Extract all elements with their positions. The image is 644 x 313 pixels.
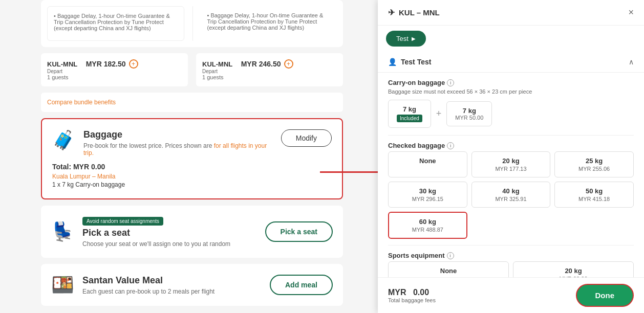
panel-tabs: Test ▶ — [378, 26, 644, 52]
carry-on-label: Carry-on baggage — [388, 79, 445, 86]
carry-on-row: 7 kg Included + 7 kg MYR 50.00 — [388, 100, 634, 128]
price-1: MYR 182.50 — [86, 60, 126, 68]
meal-subtitle: Each guest can pre-book up to 2 meals pe… — [82, 288, 214, 295]
currency: MYR — [388, 288, 406, 297]
tab-chevron-icon: ▶ — [412, 36, 416, 41]
done-button[interactable]: Done — [576, 284, 634, 307]
total-amount: MYR 0.00 — [388, 288, 436, 297]
add-meal-button[interactable]: Add meal — [270, 275, 333, 295]
panel-body: 👤 Test Test ∧ Carry-on baggage i Baggage… — [378, 52, 644, 277]
side-panel: ✈ KUL – MNL × Test ▶ 👤 Test Test ∧ Carry — [378, 0, 644, 313]
checked-option-5[interactable]: 50 kg MYR 415.18 — [554, 182, 634, 208]
compare-link[interactable]: Compare bundle benefits — [47, 95, 337, 106]
carry-on-note: Baggage size must not exceed 56 × 36 × 2… — [388, 88, 634, 95]
divider-2 — [388, 245, 634, 245]
baggage-total: Total: MYR 0.00 — [52, 163, 332, 171]
tab-label: Test — [396, 35, 409, 42]
checked-option-2[interactable]: 25 kg MYR 255.06 — [554, 151, 634, 177]
modify-button[interactable]: Modify — [281, 129, 332, 147]
add-icon-2[interactable]: + — [284, 59, 293, 69]
seat-subtitle: Choose your seat or we'll assign one to … — [82, 240, 230, 248]
checked-label: Checked baggage — [388, 142, 445, 149]
sports-options: None 20 kg MYR 98.00 — [388, 261, 634, 277]
passenger-header[interactable]: 👤 Test Test ∧ — [388, 58, 634, 66]
baggage-subtitle-start: Pre-book for the lowest price. Prices sh… — [83, 142, 214, 149]
carry-on-included[interactable]: 7 kg Included — [388, 100, 431, 128]
guests-1: 1 guests — [47, 74, 182, 80]
checked-option-3[interactable]: 30 kg MYR 296.15 — [388, 182, 467, 208]
checked-title: Checked baggage i — [388, 142, 634, 149]
total-section: MYR 0.00 Total baggage fees — [388, 288, 436, 303]
carry-on-info-icon[interactable]: i — [447, 79, 454, 86]
baggage-detail: 1 x 7 kg Carry-on baggage — [52, 181, 332, 188]
depart-1: Depart — [47, 69, 182, 74]
carry-on-section: Carry-on baggage i Baggage size must not… — [378, 73, 644, 277]
tab-test[interactable]: Test ▶ — [386, 31, 426, 47]
panel-footer: MYR 0.00 Total baggage fees Done — [378, 277, 644, 313]
sports-option-0[interactable]: None — [388, 261, 509, 277]
passenger-name-label: Test Test — [401, 58, 431, 66]
seat-title: Pick a seat — [82, 228, 230, 238]
checked-option-1[interactable]: 20 kg MYR 177.13 — [471, 151, 551, 177]
passenger-name: 👤 Test Test — [388, 58, 431, 66]
seat-icon: 💺 — [51, 221, 74, 242]
carry-on-extra-weight: 7 kg — [455, 107, 483, 115]
sports-title: Sports equipment i — [388, 252, 634, 259]
included-badge: Included — [397, 115, 422, 122]
baggage-title: Baggage — [83, 129, 273, 140]
checked-option-4[interactable]: 40 kg MYR 325.91 — [471, 182, 551, 208]
carry-on-title: Carry-on baggage i — [388, 79, 634, 86]
flight-icon: ✈ — [388, 8, 395, 17]
carry-on-included-weight: 7 kg — [397, 105, 422, 113]
baggage-icon: 🧳 — [52, 129, 75, 151]
carry-on-extra-price: MYR 50.00 — [455, 115, 483, 121]
baggage-section: 🧳 Baggage Pre-book for the lowest price.… — [41, 118, 343, 199]
plus-icon: + — [436, 108, 442, 119]
carry-on-extra[interactable]: 7 kg MYR 50.00 — [446, 101, 492, 126]
checked-option-6[interactable]: 60 kg MYR 488.87 — [388, 212, 467, 239]
total-label: Total baggage fees — [388, 297, 436, 303]
amount: 0.00 — [413, 288, 429, 297]
route-label-1: KUL-MNL — [47, 60, 77, 68]
route-label-2: KUL-MNL — [202, 60, 232, 68]
chevron-up-icon: ∧ — [629, 58, 634, 66]
passenger-section: 👤 Test Test ∧ — [378, 52, 644, 73]
seat-badge: Avoid random seat assignments — [82, 217, 163, 226]
person-icon: 👤 — [388, 58, 397, 66]
meal-section: 🍱 Santan Value Meal Each guest can pre-b… — [41, 264, 343, 306]
baggage-route: Kuala Lumpur – Manila — [52, 173, 332, 180]
add-icon-1[interactable]: + — [129, 59, 138, 69]
baggage-subtitle: Pre-book for the lowest price. Prices sh… — [83, 142, 273, 156]
meal-icon: 🍱 — [51, 274, 74, 296]
meal-title: Santan Value Meal — [82, 275, 214, 286]
checked-info-icon[interactable]: i — [447, 142, 454, 149]
panel-header: ✈ KUL – MNL × — [378, 0, 644, 26]
pick-seat-button[interactable]: Pick a seat — [265, 221, 333, 242]
close-button[interactable]: × — [628, 7, 634, 18]
panel-route: KUL – MNL — [399, 8, 440, 17]
seat-section: 💺 Avoid random seat assignments Pick a s… — [41, 206, 343, 258]
price-2: MYR 246.50 — [241, 60, 281, 68]
depart-2: Depart — [202, 69, 337, 74]
checked-options: None 20 kg MYR 177.13 25 kg MYR 255.06 3… — [388, 151, 634, 239]
sports-option-1[interactable]: 20 kg MYR 98.00 — [513, 261, 634, 277]
checked-option-0[interactable]: None — [388, 151, 467, 177]
sports-label: Sports equipment — [388, 252, 445, 259]
panel-title: ✈ KUL – MNL — [388, 8, 440, 17]
divider-1 — [388, 135, 634, 136]
guests-2: 1 guests — [202, 74, 337, 80]
sports-info-icon[interactable]: i — [447, 252, 454, 259]
